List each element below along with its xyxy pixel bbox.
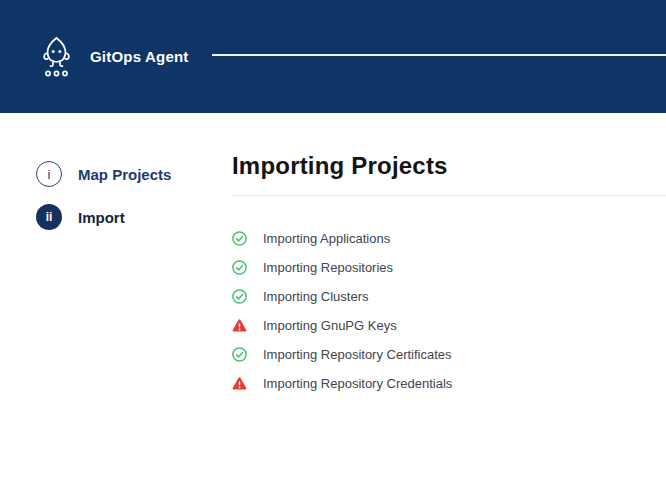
status-item-label: Importing Repository Certificates	[263, 347, 452, 362]
warning-triangle-icon	[232, 376, 247, 391]
step-label: Map Projects	[78, 166, 171, 183]
status-item-label: Importing Repository Credentials	[263, 376, 452, 391]
main-content: Importing Projects Importing Application…	[232, 152, 666, 398]
wizard-step-map-projects[interactable]: i Map Projects	[36, 161, 171, 187]
import-status-list: Importing Applications Importing Reposit…	[232, 224, 666, 398]
status-item: Importing Repositories	[232, 253, 666, 282]
importing-projects-page: { "header": { "app_title": "GitOps Agent…	[0, 0, 666, 483]
success-check-icon	[232, 260, 247, 275]
success-check-icon	[232, 289, 247, 304]
status-item: Importing Repository Certificates	[232, 340, 666, 369]
status-item-label: Importing Repositories	[263, 260, 393, 275]
app-header: GitOps Agent	[0, 0, 666, 113]
step-number-circle: i	[36, 161, 62, 187]
status-item-label: Importing Applications	[263, 231, 390, 246]
status-item-label: Importing GnuPG Keys	[263, 318, 397, 333]
step-number-circle: ii	[36, 204, 62, 230]
status-item-label: Importing Clusters	[263, 289, 368, 304]
success-check-icon	[232, 231, 247, 246]
app-title: GitOps Agent	[90, 48, 189, 65]
status-item: Importing Repository Credentials	[232, 369, 666, 398]
wizard-steps-sidebar: i Map Projects ii Import	[36, 161, 171, 247]
success-check-icon	[232, 347, 247, 362]
status-item: Importing GnuPG Keys	[232, 311, 666, 340]
step-label: Import	[78, 209, 125, 226]
status-item: Importing Applications	[232, 224, 666, 253]
header-divider-line	[212, 54, 666, 56]
wizard-step-import[interactable]: ii Import	[36, 204, 171, 230]
title-divider	[232, 195, 666, 196]
warning-triangle-icon	[232, 318, 247, 333]
status-item: Importing Clusters	[232, 282, 666, 311]
argo-octopus-icon	[40, 36, 73, 78]
page-title: Importing Projects	[232, 152, 666, 180]
